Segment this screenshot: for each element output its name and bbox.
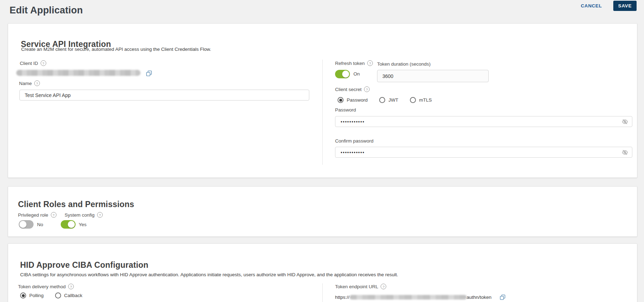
client-id-label: Client ID ? (20, 60, 46, 66)
copy-icon (145, 70, 153, 77)
radio-polling[interactable]: Polling (20, 292, 44, 298)
refresh-token-label: Refresh token ? (335, 60, 373, 66)
toggle-knob (342, 71, 349, 78)
radio-unchecked-icon (410, 97, 416, 103)
eye-off-icon (621, 149, 628, 156)
radio-mtls[interactable]: mTLS (410, 97, 432, 103)
page-title: Edit Application (10, 5, 83, 16)
name-input[interactable] (19, 90, 309, 101)
url-redacted-segment (350, 295, 467, 300)
help-icon[interactable]: ? (51, 212, 56, 218)
help-icon[interactable]: ? (97, 212, 103, 218)
column-divider (322, 283, 323, 302)
radio-unchecked-icon (55, 292, 61, 298)
help-icon[interactable]: ? (364, 86, 370, 92)
confirm-password-input[interactable]: ••••••••••• (335, 147, 632, 158)
help-icon[interactable]: ? (41, 60, 46, 66)
card-service-api-integration: Service API Integration Create an M2M cl… (8, 23, 637, 178)
help-icon[interactable]: ? (367, 60, 373, 66)
card-hid-approve-ciba: HID Approve CIBA Configuration CIBA sett… (8, 243, 637, 302)
ciba-heading: HID Approve CIBA Configuration (20, 260, 148, 270)
refresh-token-toggle[interactable] (335, 70, 350, 78)
copy-icon (499, 294, 506, 301)
topbar-actions: CANCEL SAVE (579, 1, 637, 11)
url-suffix: authn/token (467, 295, 492, 300)
radio-unchecked-icon (379, 97, 385, 103)
token-delivery-method-label: Token delivery method ? (18, 284, 74, 289)
url-prefix: https:// (335, 295, 350, 300)
password-label: Password (335, 107, 356, 113)
copy-token-url-button[interactable] (499, 294, 506, 301)
radio-checked-icon (338, 97, 344, 103)
refresh-token-state: On (353, 71, 360, 77)
roles-heading: Client Roles and Permissions (18, 200, 134, 209)
confirm-password-masked-value: ••••••••••• (341, 150, 365, 155)
token-duration-label: Token duration (seconds) (377, 61, 431, 67)
token-delivery-radio-group: Polling Callback (20, 292, 82, 298)
eye-off-icon (621, 118, 628, 125)
radio-password[interactable]: Password (338, 97, 368, 103)
system-config-state: Yes (79, 222, 87, 227)
privileged-role-toggle[interactable] (19, 220, 34, 229)
token-endpoint-url-label: Token endpoint URL ? (335, 284, 386, 289)
confirm-password-label: Confirm password (335, 138, 374, 144)
password-masked-value: ••••••••••• (341, 119, 365, 124)
ciba-subtitle: CIBA settings for asynchronous workflows… (20, 272, 398, 277)
token-duration-input[interactable] (377, 70, 489, 82)
cancel-button[interactable]: CANCEL (579, 1, 603, 11)
radio-jwt[interactable]: JWT (379, 97, 398, 103)
save-button[interactable]: SAVE (613, 1, 637, 11)
system-config-toggle[interactable] (61, 220, 76, 229)
client-secret-label: Client secret ? (335, 86, 370, 92)
help-icon[interactable]: ? (68, 284, 74, 289)
name-label: Name ? (19, 80, 40, 86)
service-api-subtitle: Create an M2M client for secure, automat… (21, 47, 211, 52)
radio-callback[interactable]: Callback (55, 292, 83, 298)
help-icon[interactable]: ? (34, 80, 40, 86)
client-id-redacted-value (16, 70, 141, 76)
card-client-roles-permissions: Client Roles and Permissions Privileged … (8, 186, 637, 237)
help-icon[interactable]: ? (381, 284, 386, 289)
radio-checked-icon (20, 292, 26, 298)
password-input[interactable]: ••••••••••• (335, 116, 632, 127)
toggle-confirm-password-visibility-button[interactable] (621, 149, 628, 156)
copy-client-id-button[interactable] (145, 70, 153, 77)
privileged-role-state: No (37, 222, 43, 227)
edit-application-page: Edit Application CANCEL SAVE Service API… (0, 0, 644, 302)
toggle-password-visibility-button[interactable] (621, 118, 628, 125)
toggle-knob (19, 221, 26, 228)
privileged-role-label: Privileged role ? (18, 212, 56, 218)
toggle-knob (68, 221, 75, 228)
token-endpoint-url: https://authn/token (335, 294, 506, 301)
client-secret-radio-group: Password JWT mTLS (338, 97, 432, 103)
column-divider (322, 60, 323, 165)
system-config-label: System config ? (65, 212, 103, 218)
